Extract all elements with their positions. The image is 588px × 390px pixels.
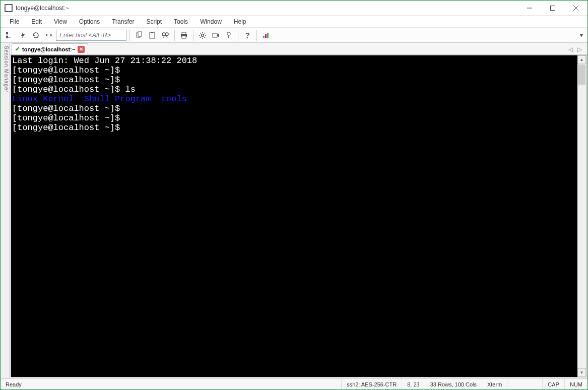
find-icon[interactable] <box>159 29 171 41</box>
svg-rect-5 <box>6 36 8 38</box>
menu-script[interactable]: Script <box>141 17 167 26</box>
terminal-line: [tongye@localhost ~]$ ls <box>12 85 576 94</box>
toolbar-separator <box>256 30 257 41</box>
scroll-thumb[interactable] <box>578 64 585 85</box>
keymap-icon[interactable] <box>223 29 235 41</box>
status-protocol: ssh2: AES-256-CTR <box>342 379 402 389</box>
svg-rect-25 <box>267 33 269 38</box>
menu-window[interactable]: Window <box>195 17 227 26</box>
terminal-line: [tongye@localhost ~]$ <box>12 104 576 113</box>
paste-icon[interactable] <box>146 29 158 41</box>
toolbar-separator <box>193 30 193 41</box>
toolbar-overflow-icon[interactable]: ▾ <box>578 29 584 41</box>
toolbar-separator <box>174 30 175 41</box>
terminal-line: Last login: Wed Jun 27 21:38:22 2018 <box>12 56 576 66</box>
print-icon[interactable] <box>178 29 190 41</box>
main-area: Session Manager ✔ tongye@localhost:~ ✕ ◁… <box>1 43 587 378</box>
svg-rect-11 <box>151 32 153 33</box>
svg-rect-1 <box>551 6 555 10</box>
menu-options[interactable]: Options <box>74 17 105 26</box>
menu-bar: File Edit View Options Transfer Script T… <box>1 16 587 28</box>
host-input[interactable] <box>56 30 126 41</box>
status-num: NUM <box>565 379 587 389</box>
maximize-button[interactable] <box>541 1 564 15</box>
svg-rect-24 <box>265 34 267 38</box>
terminal-line: [tongye@localhost ~]$ <box>12 66 576 75</box>
disconnect-icon[interactable] <box>43 29 55 41</box>
quick-connect-icon[interactable] <box>17 29 29 41</box>
tab-label: tongye@localhost:~ <box>22 46 75 52</box>
connected-check-icon: ✔ <box>15 46 20 52</box>
svg-point-19 <box>202 34 204 36</box>
menu-transfer[interactable]: Transfer <box>107 17 139 26</box>
window-controls <box>518 1 587 15</box>
record-icon[interactable] <box>210 29 222 41</box>
terminal-scrollbar[interactable]: ▲ ▼ <box>577 55 586 377</box>
terminal-line: [tongye@localhost ~]$ <box>12 113 576 123</box>
scroll-up-icon[interactable]: ▲ <box>577 55 586 64</box>
terminal-container: Last login: Wed Jun 27 21:38:22 2018[ton… <box>11 55 586 377</box>
close-button[interactable] <box>564 1 587 15</box>
tab-nav: ◁ ▷ <box>564 44 585 54</box>
tab-next-icon[interactable]: ▷ <box>575 45 583 53</box>
menu-view[interactable]: View <box>49 17 72 26</box>
status-ready: Ready <box>1 379 342 389</box>
svg-rect-16 <box>182 32 186 34</box>
svg-rect-4 <box>6 32 8 34</box>
status-bar: Ready ssh2: AES-256-CTR 8, 23 33 Rows, 1… <box>1 378 587 389</box>
copy-icon[interactable] <box>133 29 145 41</box>
svg-point-12 <box>162 33 165 36</box>
tab-area: ✔ tongye@localhost:~ ✕ ◁ ▷ Last login: W… <box>10 43 587 378</box>
menu-tools[interactable]: Tools <box>169 17 193 26</box>
help-icon[interactable]: ? <box>241 29 253 41</box>
terminal-line: [tongye@localhost ~]$ <box>12 75 576 85</box>
toolbar-separator <box>238 30 238 41</box>
session-manager-icon[interactable] <box>4 29 16 41</box>
tab-prev-icon[interactable]: ◁ <box>566 45 574 53</box>
session-tab[interactable]: ✔ tongye@localhost:~ ✕ <box>12 43 88 54</box>
svg-point-13 <box>165 33 168 36</box>
toolbar-separator <box>129 30 130 41</box>
reconnect-icon[interactable] <box>30 29 42 41</box>
tab-close-icon[interactable]: ✕ <box>78 46 85 53</box>
terminal[interactable]: Last login: Wed Jun 27 21:38:22 2018[ton… <box>11 55 577 377</box>
window-title: tongye@localhost:~ <box>16 5 518 12</box>
toolbar: ? ▾ <box>1 28 587 43</box>
terminal-ls-output: Linux_Kernel Shell_Program tools <box>12 94 576 104</box>
settings-icon[interactable] <box>197 29 209 41</box>
scroll-down-icon[interactable]: ▼ <box>577 368 586 377</box>
status-caps: CAP <box>543 379 565 389</box>
app-icon <box>5 4 13 12</box>
menu-help[interactable]: Help <box>229 17 251 26</box>
minimize-button[interactable] <box>518 1 541 15</box>
svg-rect-23 <box>263 36 265 38</box>
menu-file[interactable]: File <box>5 17 24 26</box>
session-manager-panel[interactable]: Session Manager <box>1 43 10 378</box>
svg-rect-9 <box>138 32 142 36</box>
chart-icon[interactable] <box>260 29 272 41</box>
svg-rect-21 <box>227 32 230 35</box>
title-bar: tongye@localhost:~ <box>1 1 587 16</box>
menu-edit[interactable]: Edit <box>26 17 47 26</box>
status-term: Xterm <box>482 379 507 389</box>
terminal-line: [tongye@localhost ~]$ <box>12 123 576 133</box>
scroll-track[interactable] <box>577 64 586 368</box>
status-spacer <box>507 379 543 389</box>
svg-rect-18 <box>182 36 186 38</box>
svg-rect-20 <box>213 33 217 37</box>
status-cursor: 8, 23 <box>402 379 425 389</box>
status-size: 33 Rows, 100 Cols <box>425 379 482 389</box>
tab-bar: ✔ tongye@localhost:~ ✕ ◁ ▷ <box>10 43 587 55</box>
